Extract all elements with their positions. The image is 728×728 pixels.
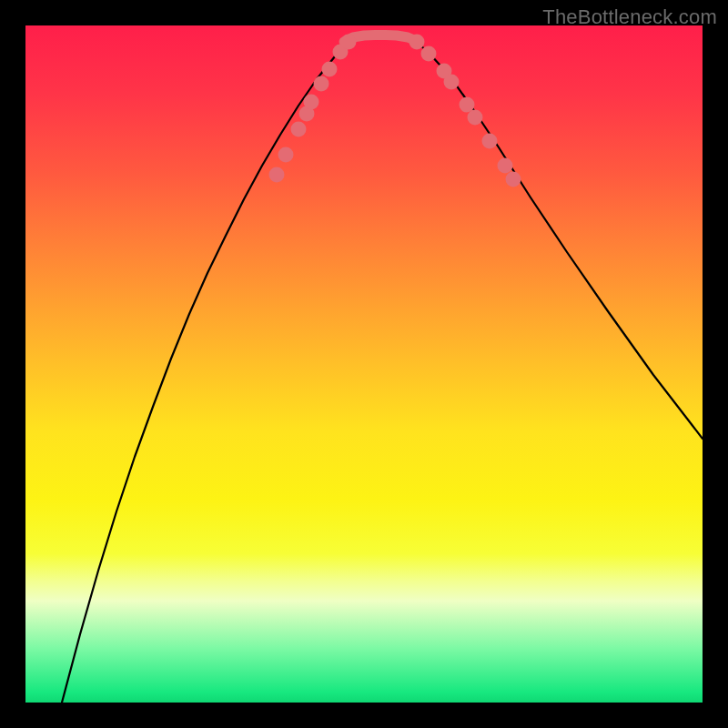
marker-dot — [322, 62, 338, 77]
series-left-curve — [62, 42, 349, 703]
series-right-curve — [417, 42, 703, 439]
marker-dot — [498, 158, 513, 174]
markers-group — [269, 35, 521, 187]
marker-dot — [314, 76, 329, 92]
marker-dot — [421, 46, 437, 62]
marker-dot — [460, 97, 475, 113]
plot-area — [25, 25, 703, 703]
marker-dot — [444, 75, 460, 90]
series-group — [62, 35, 703, 703]
marker-dot — [468, 110, 483, 126]
marker-dot — [291, 122, 307, 137]
marker-dot — [278, 147, 294, 163]
chart-frame: TheBottleneck.com — [0, 0, 728, 728]
plot-overlay — [25, 25, 703, 703]
marker-dot — [506, 172, 521, 187]
marker-dot — [269, 167, 285, 183]
marker-dot — [341, 35, 357, 50]
marker-dot — [482, 134, 498, 149]
marker-dot — [410, 35, 425, 50]
marker-dot — [304, 95, 319, 110]
watermark-text: TheBottleneck.com — [542, 5, 717, 29]
